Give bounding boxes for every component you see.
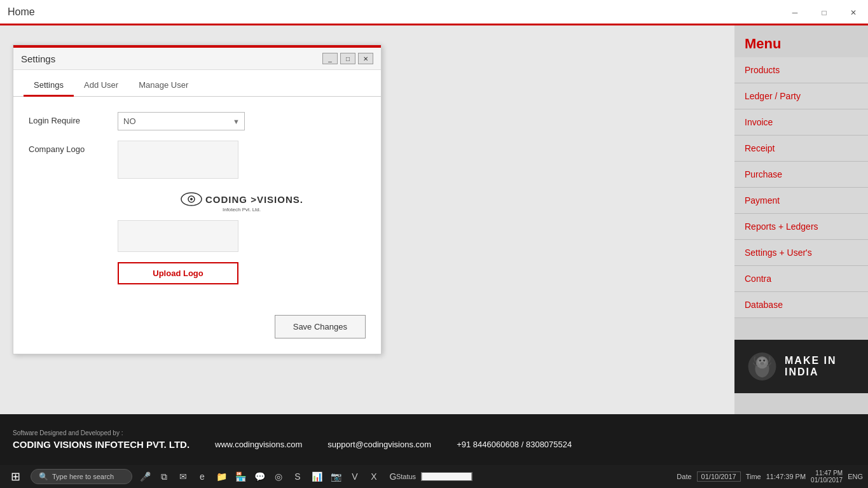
sidebar: Menu Products Ledger / Party Invoice Rec… xyxy=(734,25,868,414)
taskbar-search-box[interactable]: 🔍 Type here to search xyxy=(31,469,132,484)
footer-website: www.codingvisions.com xyxy=(215,440,302,449)
login-require-select-wrapper: NO YES ▼ xyxy=(118,112,245,130)
logo-upload-box[interactable] xyxy=(118,141,238,179)
tab-settings[interactable]: Settings xyxy=(24,75,74,97)
taskbar-date-time-area: Date 01/10/2017 Time 11:47:39 PM 11:47 P… xyxy=(677,470,863,484)
mail-icon[interactable]: ✉ xyxy=(176,469,191,484)
logo-image-area: CODING >VISIONS. Infotech Pvt. Ltd. xyxy=(118,189,366,215)
title-bar: Home ─ □ ✕ xyxy=(0,0,868,25)
company-logo-label: Company Logo xyxy=(29,141,118,154)
taskbar-app-icons: 🎤 ⧉ ✉ e 📁 🏪 💬 ◎ S 📊 📷 V X G xyxy=(137,469,401,484)
vs-icon[interactable]: V xyxy=(347,469,362,484)
upload-logo-button[interactable]: Upload Logo xyxy=(118,262,238,284)
clock-time: 11:47 PM xyxy=(815,470,843,477)
tabs-container: Settings Add User Manage User xyxy=(13,70,381,97)
dialog-content: Login Require NO YES ▼ Company Logo xyxy=(13,97,381,305)
footer: Software Designed and Developed by : COD… xyxy=(0,414,868,465)
svg-point-9 xyxy=(760,361,764,365)
excel-icon[interactable]: X xyxy=(366,469,382,484)
lion-icon xyxy=(747,347,777,386)
dialog-controls: _ □ ✕ xyxy=(322,53,373,64)
language-indicator: ENG xyxy=(848,473,863,480)
menu-item-reports-ledgers[interactable]: Reports + Ledgers xyxy=(734,214,868,240)
time-value: 11:47:39 PM xyxy=(766,473,806,480)
footer-phone: +91 8446060608 / 8308075524 xyxy=(457,440,572,449)
menu-item-payment[interactable]: Payment xyxy=(734,188,868,214)
main-area: Settings _ □ ✕ Settings Add User Manage … xyxy=(0,25,868,414)
tab-manage-user[interactable]: Manage User xyxy=(128,75,198,97)
taskbar-clock: 11:47 PM 01/10/2017 xyxy=(811,470,843,484)
menu-item-products[interactable]: Products xyxy=(734,57,868,83)
svg-point-8 xyxy=(763,359,765,361)
menu-items-container: Products Ledger / Party Invoice Receipt … xyxy=(734,57,868,318)
folder-icon[interactable]: 📁 xyxy=(214,469,229,484)
clock-date: 01/10/2017 xyxy=(811,477,843,484)
settings-dialog: Settings _ □ ✕ Settings Add User Manage … xyxy=(13,45,382,354)
content-area: Settings _ □ ✕ Settings Add User Manage … xyxy=(0,25,734,414)
save-button-area: Save Changes xyxy=(13,305,381,354)
svg-point-2 xyxy=(190,198,193,200)
store-icon[interactable]: 🏪 xyxy=(233,469,248,484)
taskbar-status-area: Status xyxy=(396,472,472,481)
logo-preview-box xyxy=(118,220,238,252)
maximize-button[interactable]: □ xyxy=(809,0,839,25)
status-bar xyxy=(421,472,472,481)
footer-company: CODING VISIONS INFOTECH PVT. LTD. xyxy=(13,439,189,450)
skype-icon[interactable]: S xyxy=(290,469,305,484)
make-india-banner: MAKE IN INDIA xyxy=(734,340,868,393)
login-require-select[interactable]: NO YES xyxy=(118,112,245,130)
edge-icon[interactable]: e xyxy=(195,469,210,484)
coding-visions-logo: CODING >VISIONS. Infotech Pvt. Ltd. xyxy=(177,189,306,215)
login-require-control: NO YES ▼ xyxy=(118,112,366,130)
menu-item-ledger-party[interactable]: Ledger / Party xyxy=(734,83,868,109)
company-logo-row: Company Logo xyxy=(29,141,366,179)
company-logo-control xyxy=(118,141,366,179)
task-view-icon[interactable]: ⧉ xyxy=(156,469,172,484)
brand-name: CODING >VISIONS. xyxy=(205,194,303,205)
eye-icon xyxy=(180,192,203,207)
footer-support: support@codingvisions.com xyxy=(327,440,431,449)
svg-point-7 xyxy=(759,359,761,361)
time-label: Time xyxy=(746,473,761,480)
status-label: Status xyxy=(396,473,416,480)
whatsapp-icon[interactable]: 💬 xyxy=(252,469,267,484)
save-changes-button[interactable]: Save Changes xyxy=(275,315,366,338)
taskbar: ⊞ 🔍 Type here to search 🎤 ⧉ ✉ e 📁 🏪 💬 ◎ … xyxy=(0,465,868,488)
preview-box-wrapper xyxy=(118,220,366,252)
app-title: Home xyxy=(8,6,35,18)
brand-sub: Infotech Pvt. Ltd. xyxy=(180,207,303,213)
mic-icon[interactable]: 🎤 xyxy=(137,469,153,484)
dialog-maximize-button[interactable]: □ xyxy=(340,53,355,64)
app9-icon[interactable]: 📊 xyxy=(309,469,324,484)
search-icon: 🔍 xyxy=(39,472,48,481)
menu-item-database[interactable]: Database xyxy=(734,292,868,318)
date-value: 01/10/2017 xyxy=(697,471,741,482)
close-button[interactable]: ✕ xyxy=(839,0,868,25)
footer-designed-by: Software Designed and Developed by : xyxy=(13,429,855,436)
make-india-area: MAKE IN INDIA xyxy=(734,318,868,414)
chrome-icon[interactable]: ◎ xyxy=(271,469,286,484)
tab-add-user[interactable]: Add User xyxy=(74,75,128,97)
menu-item-settings-users[interactable]: Settings + User's xyxy=(734,240,868,266)
dialog-title-bar: Settings _ □ ✕ xyxy=(13,48,381,70)
dialog-close-button[interactable]: ✕ xyxy=(358,53,373,64)
menu-item-contra[interactable]: Contra xyxy=(734,266,868,292)
footer-main: CODING VISIONS INFOTECH PVT. LTD. www.co… xyxy=(13,439,855,450)
make-india-text: MAKE IN INDIA xyxy=(785,355,855,378)
search-placeholder: Type here to search xyxy=(52,473,114,480)
title-bar-controls: ─ □ ✕ xyxy=(780,0,868,25)
minimize-button[interactable]: ─ xyxy=(780,0,809,25)
login-require-row: Login Require NO YES ▼ xyxy=(29,112,366,130)
app10-icon[interactable]: 📷 xyxy=(328,469,343,484)
upload-button-wrapper: Upload Logo xyxy=(118,257,366,284)
dialog-minimize-button[interactable]: _ xyxy=(322,53,338,64)
menu-title: Menu xyxy=(734,25,868,57)
login-require-label: Login Require xyxy=(29,112,118,125)
menu-item-invoice[interactable]: Invoice xyxy=(734,109,868,136)
menu-item-purchase[interactable]: Purchase xyxy=(734,162,868,188)
menu-item-receipt[interactable]: Receipt xyxy=(734,136,868,162)
dialog-title: Settings xyxy=(21,53,55,64)
date-label: Date xyxy=(677,473,691,480)
start-button[interactable]: ⊞ xyxy=(5,468,25,485)
